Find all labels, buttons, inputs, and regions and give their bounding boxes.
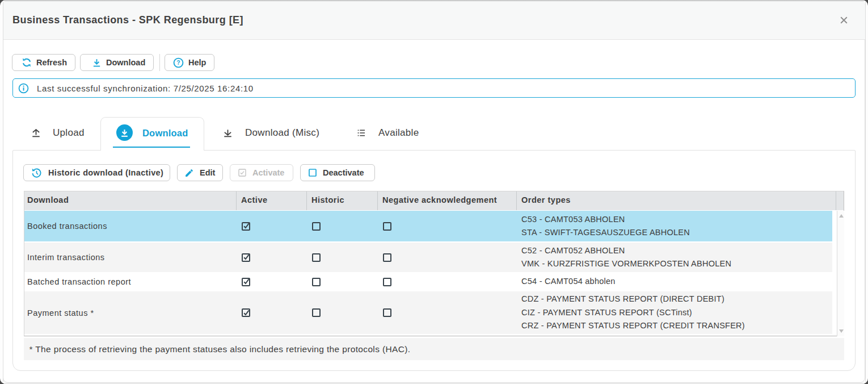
svg-text:?: ? [176,60,180,66]
